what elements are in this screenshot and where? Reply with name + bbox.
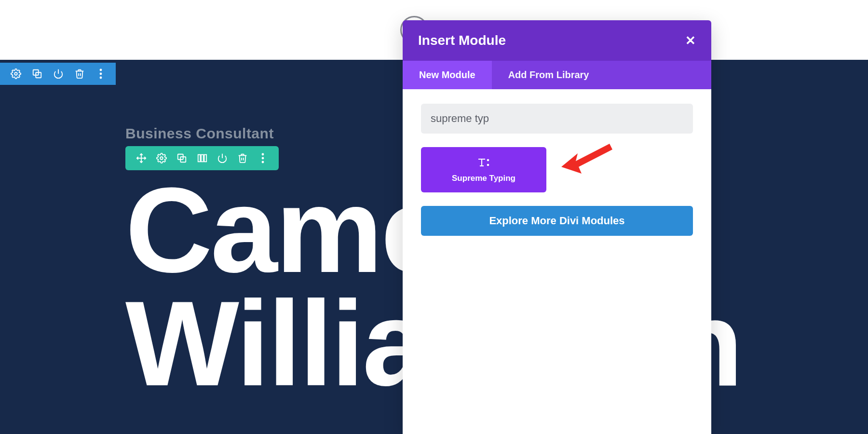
modal-body: Supreme Typing Explore More Divi Modules: [403, 89, 711, 434]
svg-point-0: [14, 72, 17, 75]
svg-point-19: [488, 160, 489, 161]
module-search-input[interactable]: [421, 104, 693, 134]
modal-tabs: New Module Add From Library: [403, 61, 711, 89]
module-card-supreme-typing[interactable]: Supreme Typing: [421, 147, 546, 192]
svg-point-5: [100, 73, 102, 75]
tab-new-module[interactable]: New Module: [403, 61, 492, 89]
more-icon[interactable]: [95, 68, 106, 79]
section-toolbar[interactable]: [0, 63, 116, 85]
svg-point-16: [262, 153, 264, 156]
page-subtitle: Business Consultant: [125, 125, 274, 142]
duplicate-icon[interactable]: [32, 68, 42, 79]
trash-icon[interactable]: [237, 153, 248, 163]
power-icon[interactable]: [53, 68, 64, 79]
svg-point-20: [488, 164, 489, 166]
tab-add-from-library[interactable]: Add From Library: [492, 61, 606, 89]
gear-icon[interactable]: [11, 68, 21, 79]
module-card-label: Supreme Typing: [452, 174, 515, 183]
power-icon[interactable]: [217, 153, 228, 163]
explore-more-button[interactable]: Explore More Divi Modules: [421, 206, 693, 236]
move-icon[interactable]: [136, 153, 147, 163]
trash-icon[interactable]: [74, 68, 85, 79]
columns-icon[interactable]: [197, 153, 207, 163]
close-icon[interactable]: ✕: [685, 33, 696, 48]
svg-rect-12: [198, 155, 201, 162]
modal-header: Insert Module ✕: [403, 20, 711, 61]
svg-point-18: [262, 161, 264, 163]
svg-point-4: [100, 69, 102, 71]
svg-point-17: [262, 157, 264, 160]
svg-point-6: [100, 77, 102, 79]
duplicate-icon[interactable]: [176, 153, 187, 163]
typing-icon: [476, 156, 491, 169]
gear-icon[interactable]: [156, 153, 167, 163]
modal-title: Insert Module: [418, 33, 506, 48]
row-toolbar[interactable]: [125, 146, 279, 170]
more-icon[interactable]: [258, 153, 268, 163]
module-grid: Supreme Typing: [421, 147, 693, 192]
insert-module-modal: Insert Module ✕ New Module Add From Libr…: [403, 20, 711, 434]
svg-rect-13: [201, 155, 203, 162]
svg-rect-14: [204, 155, 207, 162]
svg-point-9: [160, 157, 163, 160]
